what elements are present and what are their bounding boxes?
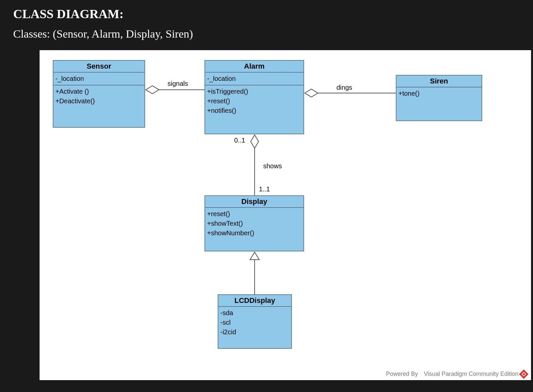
watermark: Powered By Visual Paradigm Community Edi…	[386, 371, 527, 377]
op: +reset()	[207, 209, 301, 219]
class-name: Sensor	[53, 61, 144, 73]
class-sensor: Sensor -_location +Activate () +Deactiva…	[53, 60, 145, 128]
class-attrs: -_location	[205, 73, 303, 85]
label-shows: shows	[263, 162, 282, 170]
op: +reset()	[207, 96, 301, 106]
attr: -_location	[207, 74, 301, 83]
relation-inheritance	[250, 252, 259, 294]
mult-shows-top: 0..1	[234, 137, 245, 144]
watermark-text: Powered By Visual Paradigm Community Edi…	[386, 371, 518, 377]
class-name: Alarm	[205, 61, 303, 73]
attr: -scl	[220, 318, 289, 327]
op: +isTriggered()	[207, 87, 301, 96]
svg-marker-7	[250, 252, 259, 260]
svg-marker-4	[251, 135, 259, 148]
class-attrs: -_location	[53, 73, 144, 85]
class-name: LCDDisplay	[218, 295, 291, 307]
class-name: Siren	[396, 76, 482, 87]
op: +showText()	[207, 219, 301, 228]
op: +tone()	[398, 89, 480, 98]
class-ops: +tone()	[396, 87, 482, 120]
label-dings: dings	[336, 84, 352, 91]
relation-dings	[305, 89, 396, 97]
attr: -_location	[55, 74, 142, 83]
svg-marker-2	[305, 89, 318, 97]
attr: -i2cid	[220, 327, 289, 337]
page-title: CLASS DIAGRAM:	[13, 7, 520, 21]
class-name: Display	[205, 196, 303, 208]
class-lcddisplay: LCDDisplay -sda -scl -i2cid	[218, 294, 292, 349]
op: +showNumber()	[207, 228, 301, 238]
class-siren: Siren +tone()	[396, 75, 482, 121]
class-alarm: Alarm -_location +isTriggered() +reset()…	[204, 60, 304, 134]
diagram-canvas: Sensor -_location +Activate () +Deactiva…	[40, 50, 531, 380]
class-display: Display +reset() +showText() +showNumber…	[204, 195, 304, 251]
op: +Deactivate()	[55, 96, 142, 106]
class-ops: +reset() +showText() +showNumber()	[205, 208, 303, 251]
class-ops: +isTriggered() +reset() +notifies()	[205, 85, 303, 134]
attr: -sda	[220, 308, 289, 318]
op: +notifies()	[207, 106, 301, 115]
page-subtitle: Classes: (Sensor, Alarm, Display, Siren)	[13, 28, 520, 40]
visual-paradigm-icon	[519, 369, 528, 378]
svg-marker-0	[146, 86, 159, 94]
class-attrs: -sda -scl -i2cid	[218, 307, 291, 348]
relation-signals	[146, 86, 204, 94]
mult-shows-bottom: 1..1	[259, 185, 270, 193]
class-ops: +Activate () +Deactivate()	[53, 85, 144, 127]
relation-shows	[251, 135, 259, 195]
op: +Activate ()	[55, 87, 142, 96]
label-signals: signals	[168, 80, 188, 87]
